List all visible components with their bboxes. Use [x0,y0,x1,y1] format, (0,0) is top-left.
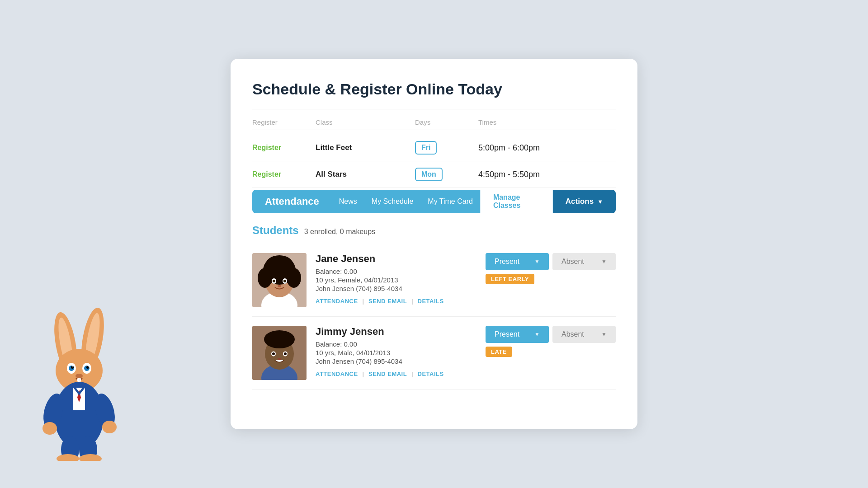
nav-manage-classes[interactable]: Manage Classes [480,190,553,213]
nav-my-schedule[interactable]: My Schedule [364,190,421,213]
page-title: Schedule & Register Online Today [252,80,616,98]
svg-point-50 [278,358,281,360]
header-times: Times [478,118,616,126]
bunny-mascot [36,307,127,461]
svg-point-45 [264,330,295,348]
nav-my-time-card[interactable]: My Time Card [420,190,480,213]
student-name-jane: Jane Jensen [316,253,476,265]
student-photo-jimmy [252,326,307,380]
svg-point-39 [283,280,286,282]
svg-point-48 [272,352,275,355]
times-2: 4:50pm - 5:50pm [478,170,616,179]
student-links-jimmy: ATTENDANCE | SEND EMAIL | DETAILS [316,371,476,377]
svg-point-38 [273,280,275,282]
header-register: Register [252,118,316,126]
details-link-jane[interactable]: DETAILS [418,298,444,305]
student-card-1: Jane Jensen Balance: 0.00 10 yrs, Female… [252,244,616,317]
nav-links: News My Schedule My Time Card [332,190,480,213]
student-links-jane: ATTENDANCE | SEND EMAIL | DETAILS [316,298,476,305]
svg-point-49 [284,352,287,355]
email-link-jimmy[interactable]: SEND EMAIL [368,371,407,377]
nav-actions[interactable]: Actions ▼ [553,190,616,213]
schedule-row-2: Register All Stars Mon 4:50pm - 5:50pm [252,161,616,188]
svg-point-12 [88,366,89,367]
email-link-jane[interactable]: SEND EMAIL [368,298,407,305]
schedule-table: Register Class Days Times Register Littl… [252,118,616,188]
present-dropdown-arrow-jane: ▼ [534,258,540,265]
students-header: Students 3 enrolled, 0 makeups [252,224,616,237]
svg-point-33 [258,268,272,288]
absent-button-jane[interactable]: Absent ▼ [552,253,616,270]
svg-point-21 [42,422,57,435]
absent-button-jimmy[interactable]: Absent ▼ [552,326,616,343]
svg-point-9 [71,366,74,369]
actions-chevron-icon: ▼ [597,198,603,205]
times-1: 5:00pm - 6:00pm [478,143,616,153]
nav-news[interactable]: News [332,190,364,213]
student-name-jimmy: Jimmy Jensen [316,326,476,338]
title-divider [252,109,616,109]
register-link-1[interactable]: Register [252,144,281,151]
student-info-jane: Jane Jensen Balance: 0.00 10 yrs, Female… [316,253,476,305]
present-dropdown-arrow-jimmy: ▼ [534,331,540,338]
status-badge-jimmy: LATE [486,347,512,357]
svg-point-13 [75,374,83,378]
present-button-jimmy[interactable]: Present ▼ [486,326,549,343]
nav-actions-label: Actions [566,197,594,206]
attendance-link-jimmy[interactable]: ATTENDANCE [316,371,358,377]
svg-point-34 [287,268,301,288]
absent-dropdown-arrow-jane: ▼ [601,258,607,265]
svg-point-35 [266,255,293,273]
absent-dropdown-arrow-jimmy: ▼ [601,331,607,338]
header-class: Class [316,118,415,126]
page-wrapper: Schedule & Register Online Today Registe… [0,0,868,488]
attendance-controls-jane: Present ▼ Absent ▼ LEFT EARLY [486,253,616,284]
student-balance-jane: Balance: 0.00 [316,267,476,275]
svg-point-11 [72,366,73,367]
details-link-jimmy[interactable]: DETAILS [418,371,444,377]
schedule-row-1: Register Little Feet Fri 5:00pm - 6:00pm [252,135,616,161]
nav-bar: Attendance News My Schedule My Time Card… [252,190,616,213]
class-name-2: All Stars [316,170,415,179]
student-contact-jimmy: John Jensen (704) 895-4034 [316,357,476,365]
students-count: 3 enrolled, 0 makeups [304,228,375,236]
schedule-headers: Register Class Days Times [252,118,616,130]
svg-point-40 [278,285,281,287]
register-link-2[interactable]: Register [252,170,281,178]
student-card-2: Jimmy Jensen Balance: 0.00 10 yrs, Male,… [252,317,616,389]
student-balance-jimmy: Balance: 0.00 [316,340,476,348]
attendance-buttons-jimmy: Present ▼ Absent ▼ [486,326,616,343]
svg-point-22 [102,421,117,433]
student-photo-jane [252,253,307,307]
attendance-controls-jimmy: Present ▼ Absent ▼ LATE [486,326,616,357]
svg-point-10 [86,366,89,369]
main-card: Schedule & Register Online Today Registe… [231,59,637,429]
students-title: Students [252,224,299,237]
attendance-buttons-jane: Present ▼ Absent ▼ [486,253,616,270]
class-name-1: Little Feet [316,143,415,152]
status-badge-jane: LEFT EARLY [486,274,534,284]
student-details-jane: 10 yrs, Female, 04/01/2013 [316,276,476,284]
student-contact-jane: John Jensen (704) 895-4034 [316,285,476,292]
header-days: Days [415,118,478,126]
day-badge-2: Mon [415,168,443,181]
student-info-jimmy: Jimmy Jensen Balance: 0.00 10 yrs, Male,… [316,326,476,377]
present-button-jane[interactable]: Present ▼ [486,253,549,270]
day-badge-1: Fri [415,141,437,155]
attendance-link-jane[interactable]: ATTENDANCE [316,298,358,305]
nav-attendance[interactable]: Attendance [252,190,332,213]
student-details-jimmy: 10 yrs, Male, 04/01/2013 [316,349,476,357]
